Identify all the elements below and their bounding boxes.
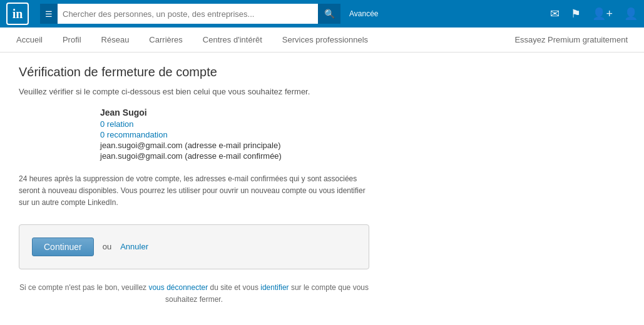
search-bar: ☰ 🔍: [40, 4, 340, 24]
cancel-link[interactable]: Annuler: [120, 242, 148, 251]
navbar: Accueil Profil Réseau Carrières Centres …: [0, 28, 644, 52]
page-title: Vérification de fermeture de compte: [19, 65, 544, 79]
hamburger-icon: ☰: [45, 9, 53, 19]
account-email-primary: jean.sugoi@gmail.com (adresse e-mail pri…: [100, 141, 544, 150]
nav-centres-interet[interactable]: Centres d'intérêt: [193, 28, 272, 52]
vous-link[interactable]: vous: [148, 283, 164, 292]
action-box: Continuer ou Annuler: [19, 224, 369, 269]
or-text: ou: [103, 242, 111, 251]
nav-carrieres[interactable]: Carrières: [139, 28, 192, 52]
nav-accueil[interactable]: Accueil: [6, 28, 53, 52]
search-icon: 🔍: [324, 9, 335, 19]
notice-text: 24 heures après la suppression de votre …: [19, 173, 369, 209]
nav-premium[interactable]: Essayez Premium gratuitement: [504, 35, 638, 44]
main-content: Vérification de fermeture de compte Veui…: [0, 52, 563, 318]
hamburger-button[interactable]: ☰: [40, 4, 58, 24]
account-name: Jean Sugoi: [100, 108, 544, 118]
nav-professional-services[interactable]: Services professionnels: [272, 28, 378, 52]
nav-profil[interactable]: Profil: [53, 28, 91, 52]
header-icons: ✉ ⚑ 👤+ 👤: [550, 7, 638, 21]
header: in ☰ 🔍 Avancée ✉ ⚑ 👤+ 👤: [0, 0, 644, 28]
search-input[interactable]: [58, 4, 318, 24]
account-relation: 0 relation: [100, 119, 544, 129]
account-email-confirmed: jean.sugoi@gmail.com (adresse e-mail con…: [100, 151, 544, 161]
account-info: Jean Sugoi 0 relation 0 recommandation j…: [100, 108, 544, 161]
advanced-link[interactable]: Avancée: [349, 9, 378, 18]
subtitle: Veuillez vérifier si le compte ci-dessou…: [19, 87, 544, 96]
add-connection-icon[interactable]: 👤+: [592, 7, 613, 21]
deconnecter-link[interactable]: déconnecter: [166, 283, 208, 292]
profile-icon[interactable]: 👤: [624, 7, 638, 21]
linkedin-logo: in: [6, 2, 29, 25]
flag-icon[interactable]: ⚑: [571, 7, 581, 21]
disconnect-notice: Si ce compte n'est pas le bon, veuillez …: [19, 282, 369, 306]
messages-icon[interactable]: ✉: [550, 7, 560, 21]
search-button[interactable]: 🔍: [318, 4, 340, 24]
identifier-link[interactable]: identifier: [260, 283, 289, 292]
continue-button[interactable]: Continuer: [32, 238, 94, 256]
nav-reseau[interactable]: Réseau: [91, 28, 140, 52]
account-recommandation: 0 recommandation: [100, 130, 544, 139]
